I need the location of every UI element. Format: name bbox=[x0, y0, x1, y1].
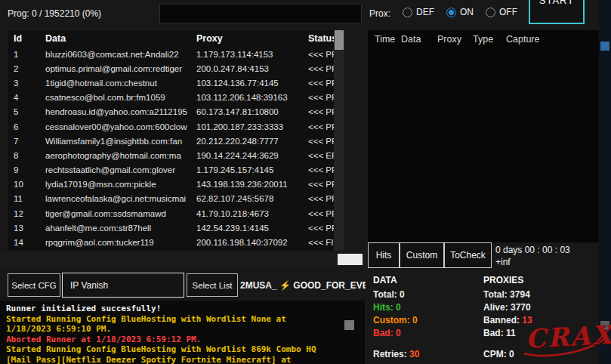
cell-data: csatnesco@bol.com.br:fm1059 bbox=[39, 93, 190, 102]
cell-data: rpqgrim@aol.com:tucker119 bbox=[39, 238, 190, 247]
table-row[interactable]: 10lydia17019@msn.com:pickle143.198.139.2… bbox=[8, 177, 334, 192]
cell-data: ahanfelt@me.com:str87hell bbox=[39, 224, 190, 233]
table-row[interactable]: 9rechtsstaatlich@gmail.com:glover1.179.2… bbox=[8, 163, 334, 177]
scrollbar-thumb[interactable] bbox=[335, 30, 344, 50]
table-row[interactable]: 11lawrenceofalaska@gci.net:musicmai62.82… bbox=[8, 192, 334, 206]
stats-title: PROXIES bbox=[483, 275, 597, 285]
select-cfg-button[interactable]: Select CFG bbox=[8, 273, 60, 297]
cell-id: 13 bbox=[8, 224, 39, 233]
tab-tocheck[interactable]: ToCheck bbox=[444, 242, 492, 268]
log-line: Runner initialized succesfully! bbox=[6, 304, 365, 314]
results-horizontal-scrollbar[interactable] bbox=[0, 252, 365, 267]
log-line: Aborted Runner at 1/18/2023 6:59:12 PM. bbox=[6, 335, 365, 345]
runner-window: Prog: 0 / 1952210 (0%) Prox: DEFONOFF ST… bbox=[0, 0, 611, 364]
command-input[interactable] bbox=[159, 4, 362, 23]
tab-custom[interactable]: Custom bbox=[400, 242, 444, 268]
cell-status: <<< PRO bbox=[302, 122, 334, 131]
wordlist-name-label[interactable]: 2MUSA_ ⚡ GOOD_FOR_EVERY bbox=[240, 273, 366, 297]
cell-status: <<< PRO bbox=[302, 137, 334, 146]
table-row[interactable]: 2optimus.primal@gmail.com:redtiger200.0.… bbox=[8, 61, 334, 76]
results-header: Id Data Proxy Status bbox=[8, 30, 344, 47]
data-stats: DATATotal: 0Hits: 0Custom: 0Bad: 0Retrie… bbox=[373, 275, 479, 359]
radio-label: DEF bbox=[416, 7, 434, 17]
config-name-button[interactable]: IP Vanish bbox=[62, 273, 184, 298]
column-header-type[interactable]: Type bbox=[473, 34, 493, 45]
cell-id: 4 bbox=[8, 93, 39, 102]
table-row[interactable]: 14rpqgrim@aol.com:tucker119200.116.198.1… bbox=[8, 235, 334, 249]
cell-status: <<< FIN bbox=[302, 238, 334, 247]
column-header-data[interactable]: Data bbox=[401, 34, 421, 45]
log-area: Runner initialized succesfully!Started R… bbox=[0, 301, 365, 364]
stat-bad: Bad: 11 bbox=[483, 328, 597, 338]
cell-id: 7 bbox=[8, 137, 39, 146]
table-row[interactable]: 8aerophotography@hotmail.com:ma190.14.22… bbox=[8, 148, 334, 162]
column-header-capture[interactable]: Capture bbox=[506, 34, 539, 45]
stat-retries: Retries: 30 bbox=[373, 349, 479, 359]
start-button[interactable]: START bbox=[529, 0, 585, 24]
progress-label: Prog: 0 / 1952210 (0%) bbox=[8, 8, 101, 19]
cell-id: 5 bbox=[8, 107, 39, 116]
column-header-proxy[interactable]: Proxy bbox=[437, 34, 461, 45]
proxy-radio-group: DEFONOFF bbox=[403, 7, 517, 17]
cell-id: 2 bbox=[8, 64, 39, 73]
cell-status: <<< PRO bbox=[302, 93, 334, 102]
log-line: Started Running Config BlueHosting with … bbox=[6, 344, 365, 355]
cell-proxy: 1.179.173.114:4153 bbox=[190, 50, 302, 59]
select-list-button[interactable]: Select List bbox=[187, 273, 238, 297]
column-header-status[interactable]: Status bbox=[302, 33, 334, 44]
proxy-stats: PROXIESTotal: 3794Alive: 3770Banned: 13B… bbox=[483, 275, 597, 359]
cell-data: lawrenceofalaska@gci.net:musicmai bbox=[39, 194, 190, 203]
column-header-time[interactable]: Time bbox=[375, 34, 395, 45]
cell-status: <<< PRO bbox=[302, 224, 334, 233]
cell-status: <<< PRO bbox=[302, 194, 334, 203]
column-header-data[interactable]: Data bbox=[39, 33, 190, 44]
cell-data: bluzzi0603@comcast.net:Andali22 bbox=[39, 50, 190, 59]
stat-alive: Alive: 3770 bbox=[483, 302, 597, 313]
stat-custom: Custom: 0 bbox=[373, 315, 479, 325]
table-row[interactable]: 1bluzzi0603@comcast.net:Andali221.179.17… bbox=[8, 47, 334, 61]
cell-proxy: 20.212.220.248:7777 bbox=[190, 137, 302, 146]
column-header-proxy[interactable]: Proxy bbox=[190, 33, 302, 44]
proxy-mode-label: Prox: bbox=[369, 8, 390, 19]
edge-gray-icon[interactable] bbox=[600, 321, 609, 330]
table-row[interactable]: 6cessnalover00@yahoo.com:600clow101.200.… bbox=[8, 119, 334, 134]
table-row[interactable]: 7Williamsfamily1@insightbb.com:fan20.212… bbox=[8, 134, 334, 148]
cell-id: 14 bbox=[8, 238, 39, 247]
stat-cpm: CPM: 0 bbox=[483, 349, 597, 359]
proxy-radio-on[interactable]: ON bbox=[446, 7, 474, 17]
table-row[interactable]: 13ahanfelt@me.com:str87hell142.54.239.1:… bbox=[8, 221, 334, 235]
column-header-id[interactable]: Id bbox=[8, 33, 39, 44]
radio-circle-icon bbox=[486, 8, 495, 17]
remaining-time: +inf bbox=[495, 256, 570, 268]
stat-bad: Bad: 0 bbox=[373, 328, 479, 338]
desktop-edge-strip bbox=[599, 0, 611, 364]
tab-hits[interactable]: Hits bbox=[368, 242, 400, 268]
proxy-radio-def[interactable]: DEF bbox=[403, 7, 434, 17]
radio-circle-icon bbox=[446, 8, 456, 17]
cell-data: hendroasu.id@yahoo.com:a2112195 bbox=[39, 107, 190, 116]
cell-status: <<< PRO bbox=[302, 180, 334, 189]
cell-proxy: 41.79.10.218:4673 bbox=[190, 209, 302, 218]
table-row[interactable]: 5hendroasu.id@yahoo.com:a211219560.173.1… bbox=[8, 105, 334, 119]
scrollbar-thumb[interactable] bbox=[338, 254, 363, 265]
table-row[interactable]: 31tigid@hotmail.com:chestnut103.124.136.… bbox=[8, 76, 334, 90]
log-line: [Mail Pass][Netflix Deezer Spotify Fortn… bbox=[6, 355, 365, 364]
results-vertical-scrollbar[interactable] bbox=[334, 30, 344, 251]
hits-table: Time Data Proxy Type Capture bbox=[368, 30, 599, 242]
cell-status: <<< PRO bbox=[302, 165, 334, 174]
cell-proxy: 60.173.147.81:10800 bbox=[190, 107, 302, 116]
radio-label: ON bbox=[460, 7, 474, 17]
cell-status: <<< PRO bbox=[302, 50, 334, 59]
cell-data: tiger@gmail.com:ssdsmamawd bbox=[39, 209, 190, 218]
proxy-radio-off[interactable]: OFF bbox=[486, 7, 517, 17]
table-row[interactable]: 12tiger@gmail.com:ssdsmamawd41.79.10.218… bbox=[8, 206, 334, 221]
table-row[interactable]: 4csatnesco@bol.com.br:fm1059103.112.206.… bbox=[8, 91, 334, 105]
cell-proxy: 200.0.247.84:4153 bbox=[190, 64, 302, 73]
log-line: Started Running Config BlueHosting with … bbox=[6, 314, 365, 325]
cell-data: lydia17019@msn.com:pickle bbox=[39, 180, 190, 189]
log-scrollbar-thumb[interactable] bbox=[344, 320, 354, 330]
cell-proxy: 101.200.187.233:3333 bbox=[190, 122, 302, 131]
edge-blue-icon[interactable] bbox=[600, 42, 609, 51]
cell-id: 1 bbox=[8, 50, 39, 59]
cell-data: cessnalover00@yahoo.com:600clow bbox=[39, 122, 190, 131]
